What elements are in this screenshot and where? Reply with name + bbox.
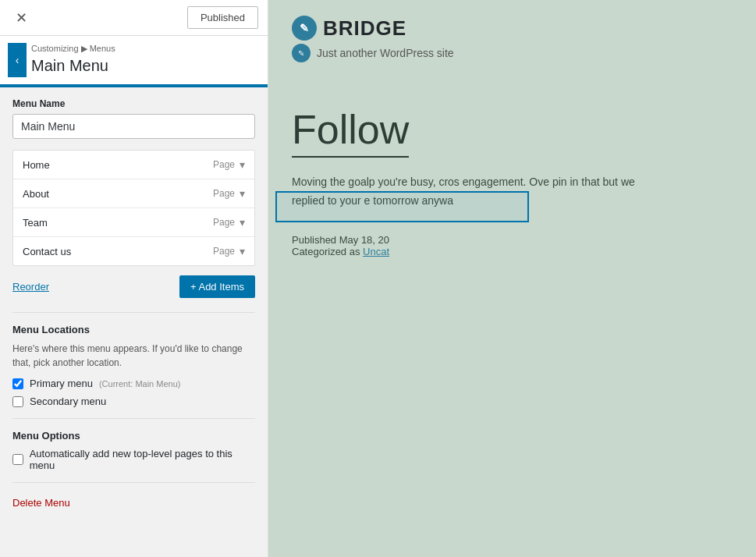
- menu-item[interactable]: About Page ▾: [13, 179, 254, 208]
- primary-menu-checkbox[interactable]: [12, 378, 23, 389]
- divider-3: [12, 482, 255, 483]
- secondary-menu-label: Secondary menu: [30, 396, 106, 407]
- reorder-button[interactable]: Reorder: [12, 281, 49, 293]
- menu-item-type: Page: [213, 217, 235, 228]
- close-button[interactable]: ✕: [9, 6, 34, 30]
- auto-add-label: Automatically add new top-level pages to…: [30, 448, 255, 471]
- secondary-menu-row[interactable]: Secondary menu: [12, 396, 255, 407]
- delete-menu-link[interactable]: Delete Menu: [12, 497, 70, 509]
- sidebar: ✕ Published ‹ Customizing ▶ Menus Main M…: [0, 0, 268, 557]
- menu-item-type: Page: [213, 188, 235, 199]
- menu-item-name: Team: [23, 217, 213, 229]
- menu-locations-heading: Menu Locations: [12, 324, 255, 335]
- chevron-down-icon: ▾: [240, 158, 245, 171]
- site-header: ✎ BRIDGE ✎ Just another WordPress site: [268, 0, 756, 75]
- panel-title: Main Menu: [31, 57, 255, 75]
- primary-menu-label: Primary menu: [30, 378, 93, 389]
- published-button[interactable]: Published: [187, 6, 258, 29]
- menu-item[interactable]: Contact us Page ▾: [13, 237, 254, 265]
- site-brand: ✎ BRIDGE: [292, 16, 733, 41]
- menu-item-type: Page: [213, 159, 235, 170]
- divider-2: [12, 418, 255, 419]
- menu-locations-section: Menu Locations Here's where this menu ap…: [12, 324, 255, 407]
- menu-item-name: Home: [23, 159, 213, 171]
- site-tagline-row: ✎ Just another WordPress site: [292, 44, 733, 62]
- chevron-down-icon: ▾: [240, 245, 245, 257]
- tagline-icon: ✎: [292, 44, 311, 62]
- menu-item-name: Contact us: [23, 246, 213, 257]
- top-bar: ✕ Published: [0, 0, 268, 36]
- auto-add-row[interactable]: Automatically add new top-level pages to…: [12, 448, 255, 471]
- breadcrumb-customizing[interactable]: Customizing: [31, 44, 79, 53]
- menu-item[interactable]: Home Page ▾: [13, 151, 254, 179]
- preview-body: Moving the goalp you're busy, cros engag…: [292, 173, 651, 211]
- follow-heading: Follow: [292, 106, 409, 158]
- preview-meta: Published May 18, 20 Categorized as Unca…: [292, 234, 733, 257]
- breadcrumb-menus[interactable]: Menus: [90, 44, 115, 53]
- breadcrumb: Customizing ▶ Menus: [31, 44, 255, 54]
- auto-add-checkbox[interactable]: [12, 454, 23, 465]
- breadcrumb-separator: ▶: [79, 44, 90, 53]
- menu-item-name: About: [23, 188, 213, 200]
- panel-header: ‹ Customizing ▶ Menus Main Menu: [0, 36, 268, 87]
- category-link[interactable]: Uncat: [363, 246, 389, 257]
- menu-items-list: Home Page ▾ About Page ▾ Team Page ▾ Con…: [12, 150, 255, 266]
- content-area: Menu Name Home Page ▾ About Page ▾ Team …: [0, 87, 268, 557]
- menu-locations-desc: Here's where this menu appears. If you'd…: [12, 342, 255, 370]
- categorized-as: Categorized as Uncat: [292, 246, 733, 257]
- menu-item-type: Page: [213, 246, 235, 257]
- primary-menu-note: (Current: Main Menu): [99, 379, 181, 388]
- preview-content: Follow Moving the goalp you're busy, cro…: [268, 75, 756, 273]
- categorized-label: Categorized as: [292, 246, 360, 257]
- menu-actions: Reorder + Add Items: [12, 275, 255, 298]
- back-button[interactable]: ‹: [8, 43, 27, 77]
- chevron-down-icon: ▾: [240, 187, 245, 200]
- menu-options-heading: Menu Options: [12, 430, 255, 442]
- add-items-button[interactable]: + Add Items: [179, 275, 255, 298]
- secondary-menu-checkbox[interactable]: [12, 396, 23, 407]
- primary-menu-row[interactable]: Primary menu (Current: Main Menu): [12, 378, 255, 389]
- menu-item[interactable]: Team Page ▾: [13, 208, 254, 237]
- menu-name-input[interactable]: [12, 114, 255, 139]
- chevron-down-icon: ▾: [240, 216, 245, 229]
- preview-area: ✎ BRIDGE ✎ Just another WordPress site F…: [268, 0, 756, 557]
- published-date: Published May 18, 20: [292, 234, 733, 246]
- site-tagline: Just another WordPress site: [317, 47, 454, 59]
- menu-options-section: Menu Options Automatically add new top-l…: [12, 430, 255, 471]
- brand-icon: ✎: [292, 16, 317, 41]
- divider-1: [12, 312, 255, 313]
- site-title: BRIDGE: [323, 16, 406, 41]
- menu-name-label: Menu Name: [12, 98, 255, 109]
